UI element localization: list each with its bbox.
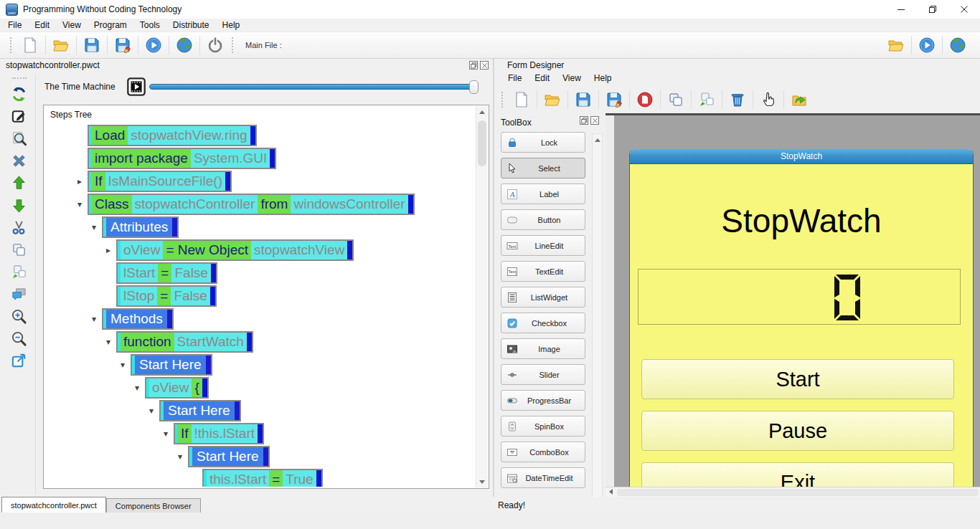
stopwatch-heading-label[interactable]: StopWatch — [630, 201, 973, 240]
tree-expander-icon[interactable]: ▸ — [75, 176, 84, 186]
scroll-up-icon[interactable] — [476, 106, 488, 118]
close-panel-icon[interactable] — [590, 116, 599, 125]
zoom-in-button[interactable] — [9, 307, 30, 326]
stopwatch-lcd-display[interactable]: 0 — [638, 269, 961, 325]
step-box[interactable]: lStop=False — [116, 285, 217, 307]
close-button[interactable] — [948, 0, 980, 19]
fd-menu-view[interactable]: View — [556, 73, 588, 83]
step-box[interactable]: oView= New ObjectstopwatchView — [116, 239, 354, 261]
step-box[interactable]: Methods — [102, 308, 174, 330]
delete-button[interactable] — [9, 151, 30, 171]
steps-tree-row[interactable]: ▸IfIsMainSourceFile() — [75, 170, 476, 193]
save-button[interactable] — [571, 88, 595, 111]
step-box[interactable]: IfIsMainSourceFile() — [88, 171, 232, 192]
toolbox-item-lineedit[interactable]: TextLineEdit — [501, 235, 585, 256]
tree-expander-icon[interactable]: ▾ — [161, 429, 170, 439]
scroll-up-icon[interactable] — [593, 134, 602, 146]
edit-button[interactable] — [9, 107, 30, 126]
cut-button[interactable] — [9, 218, 30, 237]
tree-expander-icon[interactable]: ▸ — [104, 245, 113, 255]
toolbox-item-combobox[interactable]: ComboBox — [501, 442, 585, 462]
toolbox-item-image[interactable]: Image — [501, 338, 585, 359]
steps-tree-row[interactable]: lStop=False — [104, 285, 476, 308]
step-box[interactable]: Start Here — [188, 446, 270, 467]
tree-expander-icon[interactable]: ▾ — [118, 360, 127, 370]
design-canvas[interactable]: StopWatch StopWatch 0 StartPauseExit — [606, 113, 980, 513]
interact-button[interactable] — [9, 85, 30, 104]
scroll-thumb[interactable] — [617, 489, 979, 496]
step-box[interactable]: Start Here — [131, 354, 212, 376]
time-machine-slider-handle[interactable] — [469, 80, 479, 94]
menu-edit[interactable]: Edit — [28, 20, 56, 30]
step-box[interactable]: LoadstopwatchView.ring — [88, 125, 257, 146]
open-folder-button[interactable] — [884, 34, 908, 57]
tree-expander-icon[interactable]: ▾ — [176, 452, 184, 462]
float-panel-icon[interactable] — [469, 61, 478, 70]
time-machine-play-button[interactable] — [126, 77, 146, 97]
steps-tree-row[interactable]: ▾oView{ — [133, 376, 476, 399]
steps-tree-row[interactable]: LoadstopwatchView.ring — [75, 124, 476, 147]
steps-tree-row[interactable]: import packageSystem.GUI — [75, 147, 476, 170]
toolbox-item-slider[interactable]: Slider — [501, 364, 585, 385]
steps-tree-row[interactable]: ▸oView= New ObjectstopwatchView — [104, 239, 476, 262]
tab-stopwatchcontroller-pwct[interactable]: stopwatchcontroller.pwct — [1, 497, 106, 513]
new-file-button[interactable] — [509, 88, 534, 111]
move-up-button[interactable] — [9, 173, 30, 193]
scroll-thumb[interactable] — [478, 120, 486, 166]
internet-button[interactable] — [946, 34, 970, 57]
steps-tree-row[interactable]: ▾Start Here — [118, 353, 476, 376]
menu-help[interactable]: Help — [216, 20, 247, 30]
copy-button[interactable] — [9, 240, 30, 259]
tree-expander-icon[interactable]: ▾ — [133, 383, 141, 393]
open-folder-button[interactable] — [49, 34, 73, 57]
tree-expander-icon[interactable]: ▾ — [75, 199, 84, 209]
toolbox-item-spinbox[interactable]: SpinBox — [501, 416, 585, 437]
step-box[interactable]: functionStartWatch — [116, 331, 253, 353]
paste-button[interactable] — [9, 262, 30, 282]
minimize-button[interactable] — [885, 0, 917, 19]
steps-tree-row[interactable]: ▾If!this.lStart — [161, 422, 476, 445]
menu-tools[interactable]: Tools — [133, 20, 166, 30]
form-button-exit[interactable]: Exit — [641, 462, 954, 488]
stopwatch-form-titlebar[interactable]: StopWatch — [630, 149, 973, 164]
fd-menu-edit[interactable]: Edit — [528, 73, 556, 83]
step-box[interactable]: this.lStart=True — [202, 469, 323, 487]
menu-program[interactable]: Program — [88, 20, 133, 30]
steps-tree-row[interactable]: this.lStart=True — [190, 468, 476, 487]
toolbox-item-datetimeedit[interactable]: DateTimeEdit — [501, 467, 585, 488]
new-file-button[interactable] — [18, 34, 42, 57]
toolbox-scrollbar[interactable] — [592, 133, 603, 507]
paste-button[interactable] — [694, 88, 719, 111]
menu-file[interactable]: File — [1, 20, 28, 30]
steps-tree-row[interactable]: ▾Methods — [90, 308, 476, 330]
save-as-button[interactable] — [110, 34, 135, 57]
open-folder-button[interactable] — [540, 88, 565, 111]
steps-tree-row[interactable]: ▾functionStartWatch — [104, 330, 476, 353]
toolbox-item-progressbar[interactable]: ProgressBar — [501, 390, 585, 411]
step-box[interactable]: import packageSystem.GUI — [88, 148, 276, 169]
steps-tree-row[interactable]: ▾Start Here — [147, 399, 476, 422]
steps-tree-row[interactable]: ▾Start Here — [176, 445, 476, 468]
tree-expander-icon[interactable]: ▾ — [90, 222, 98, 232]
time-machine-slider[interactable] — [149, 84, 477, 90]
tree-expander-icon[interactable]: ▾ — [147, 406, 156, 416]
tab-components-browser[interactable]: Components Browser — [106, 498, 201, 513]
power-button[interactable] — [203, 34, 227, 57]
toolbox-item-button[interactable]: Button — [501, 209, 585, 230]
step-box[interactable]: oView{ — [145, 377, 209, 399]
steps-tree-row[interactable]: ▾Attributes — [90, 216, 476, 239]
close-panel-icon[interactable] — [480, 61, 489, 70]
tree-expander-icon[interactable]: ▾ — [104, 337, 113, 347]
toolbox-item-checkbox[interactable]: Checkbox — [501, 313, 585, 333]
toolbox-item-lock[interactable]: Lock — [501, 132, 585, 153]
toolbox-item-textedit[interactable]: TextTextEdit — [501, 261, 585, 282]
run-button[interactable] — [141, 34, 166, 57]
comments-button[interactable] — [9, 285, 30, 304]
steps-tree-scrollbar[interactable] — [476, 106, 488, 487]
toolbox-item-select[interactable]: Select — [501, 158, 585, 178]
interact-hand-button[interactable] — [756, 88, 781, 111]
step-box[interactable]: If!this.lStart — [174, 423, 264, 444]
run-button[interactable] — [915, 34, 939, 57]
form-button-start[interactable]: Start — [641, 359, 954, 399]
steps-tree-row[interactable]: lStart=False — [104, 262, 476, 285]
